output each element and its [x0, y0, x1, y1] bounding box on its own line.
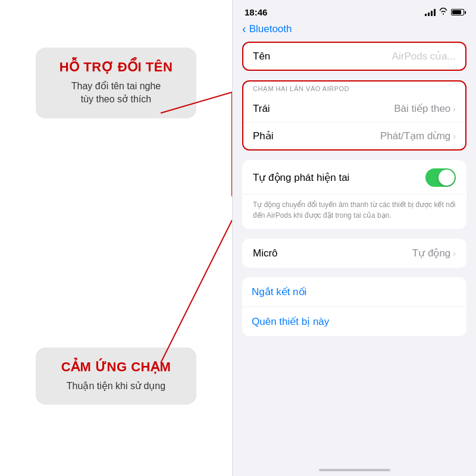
annotation-box-touch: CẢM ỨNG CHẠM Thuận tiện khi sử dụng	[36, 347, 196, 405]
touch-section: CHẠM HAI LẦN VÀO AIRPOD Trái Bài tiếp th…	[242, 80, 466, 151]
svg-line-3	[161, 220, 232, 363]
back-label: Bluetooth	[249, 23, 292, 35]
action-section: Ngắt kết nối Quên thiết bị này	[242, 277, 466, 336]
auto-detect-description: Tự động chuyển đổi tuyến âm thanh từ các…	[243, 195, 465, 228]
auto-detect-label: Tự động phát hiện tai	[253, 171, 349, 184]
toggle-knob	[439, 170, 455, 186]
forget-device-label: Quên thiết bị này	[252, 316, 329, 327]
status-bar: 18:46	[233, 0, 476, 20]
left-touch-value: Bài tiếp theo ›	[394, 102, 456, 115]
microphone-value: Tự động ›	[412, 247, 456, 259]
nav-bar: ‹ Bluetooth	[233, 20, 476, 42]
annotation-title-rename: HỖ TRỢ ĐỔI TÊN	[52, 60, 180, 75]
auto-detect-row[interactable]: Tự động phát hiện tai	[243, 161, 465, 195]
left-touch-row[interactable]: Trái Bài tiếp theo ›	[243, 95, 465, 123]
name-value: AirPods của...	[392, 50, 456, 62]
name-row[interactable]: Tên AirPods của...	[243, 43, 465, 70]
right-touch-row[interactable]: Phải Phát/Tạm dừng ›	[243, 123, 465, 149]
auto-detect-toggle[interactable]	[425, 168, 456, 187]
back-button[interactable]: ‹ Bluetooth	[242, 22, 292, 36]
iphone-screen: 18:46 ‹ Bluetooth	[232, 0, 476, 476]
disconnect-label: Ngắt kết nối	[252, 286, 306, 298]
annotation-desc-rename: Thay đổi tên tai nghetùy theo sở thích	[52, 80, 180, 107]
name-label: Tên	[253, 51, 270, 62]
battery-icon	[451, 9, 464, 15]
microphone-section: Micrô Tự động ›	[242, 239, 466, 268]
status-time: 18:46	[245, 7, 267, 17]
right-touch-chevron-icon: ›	[453, 131, 456, 141]
left-touch-label: Trái	[253, 103, 270, 115]
svg-line-2	[161, 113, 232, 196]
touch-section-header: CHẠM HAI LẦN VÀO AIRPOD	[243, 82, 465, 95]
left-annotation-panel: HỖ TRỢ ĐỔI TÊN Thay đổi tên tai nghetùy …	[0, 0, 232, 476]
settings-content: Tên AirPods của... CHẠM HAI LẦN VÀO AIRP…	[233, 42, 476, 464]
annotation-desc-touch: Thuận tiện khi sử dụng	[52, 380, 180, 393]
back-chevron-icon: ‹	[242, 22, 246, 36]
microphone-label: Micrô	[253, 248, 278, 259]
name-section: Tên AirPods của...	[242, 42, 466, 71]
home-indicator	[319, 469, 390, 471]
annotation-box-rename: HỖ TRỢ ĐỔI TÊN Thay đổi tên tai nghetùy …	[36, 48, 196, 118]
forget-device-row[interactable]: Quên thiết bị này	[242, 307, 466, 336]
wifi-icon	[439, 8, 448, 17]
signal-icon	[425, 9, 436, 16]
right-touch-label: Phải	[253, 130, 274, 142]
status-icons	[425, 8, 464, 17]
annotation-title-touch: CẢM ỨNG CHẠM	[52, 359, 180, 375]
right-touch-value: Phát/Tạm dừng ›	[380, 130, 456, 142]
disconnect-row[interactable]: Ngắt kết nối	[242, 277, 466, 307]
auto-detect-section: Tự động phát hiện tai Tự động chuyển đổi…	[242, 160, 466, 229]
microphone-row[interactable]: Micrô Tự động ›	[243, 240, 465, 267]
left-touch-chevron-icon: ›	[453, 104, 456, 114]
microphone-chevron-icon: ›	[453, 249, 456, 258]
